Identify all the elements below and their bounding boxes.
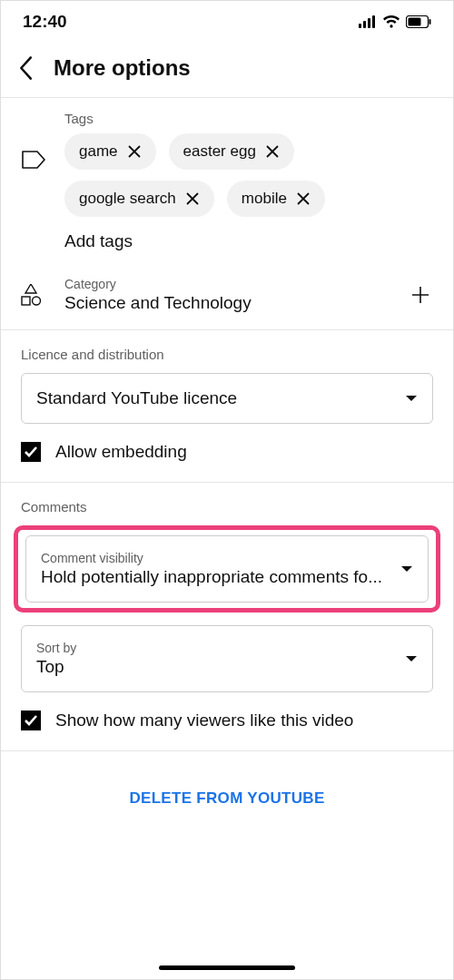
status-bar: 12:40: [1, 1, 453, 43]
chevron-down-icon: [405, 395, 418, 402]
sort-by-select[interactable]: Sort by Top: [21, 625, 433, 692]
checkbox-checked-icon[interactable]: [21, 442, 41, 462]
svg-rect-3: [372, 15, 375, 28]
show-likes-row[interactable]: Show how many viewers like this video: [1, 705, 453, 750]
header: More options: [1, 43, 453, 97]
category-label: Category: [64, 277, 393, 291]
tag-label: game: [79, 142, 118, 161]
tag-label: easter egg: [183, 142, 256, 161]
allow-embedding-label: Allow embedding: [55, 442, 187, 462]
sort-by-label: Sort by: [36, 641, 396, 655]
svg-rect-5: [409, 18, 421, 26]
comment-visibility-label: Comment visibility: [41, 551, 391, 565]
chevron-down-icon: [400, 565, 413, 573]
wifi-icon: [382, 15, 400, 28]
category-value: Science and Technology: [64, 293, 393, 313]
delete-section: DELETE FROM YOUTUBE: [1, 750, 453, 846]
status-icons: [359, 15, 431, 28]
tag-chip[interactable]: mobile: [227, 181, 325, 217]
licence-section: Licence and distribution Standard YouTub…: [1, 329, 453, 482]
tags-label: Tags: [64, 111, 435, 126]
remove-tag-icon[interactable]: [185, 191, 200, 206]
svg-rect-1: [363, 21, 366, 28]
allow-embedding-row[interactable]: Allow embedding: [1, 436, 453, 482]
category-row[interactable]: Category Science and Technology: [1, 268, 453, 329]
svg-point-8: [33, 297, 41, 305]
sort-by-value: Top: [36, 657, 396, 677]
licence-value: Standard YouTube licence: [36, 388, 237, 408]
svg-rect-7: [22, 297, 30, 305]
svg-rect-2: [368, 18, 370, 28]
licence-section-title: Licence and distribution: [1, 330, 453, 373]
remove-tag-icon[interactable]: [296, 191, 311, 206]
show-likes-label: Show how many viewers like this video: [55, 710, 353, 730]
page-title: More options: [54, 55, 191, 81]
svg-rect-0: [359, 24, 361, 28]
licence-select[interactable]: Standard YouTube licence: [21, 373, 433, 424]
tag-chip[interactable]: easter egg: [169, 133, 294, 170]
comments-section-title: Comments: [1, 483, 453, 525]
remove-tag-icon[interactable]: [265, 144, 280, 159]
plus-icon[interactable]: [410, 284, 435, 306]
battery-icon: [406, 15, 431, 28]
tag-label: google search: [79, 190, 176, 208]
svg-rect-6: [429, 19, 431, 24]
back-icon[interactable]: [17, 55, 34, 81]
comment-visibility-select[interactable]: Comment visibility Hold potentially inap…: [25, 535, 429, 603]
delete-from-youtube-button[interactable]: DELETE FROM YOUTUBE: [129, 789, 324, 807]
tag-chip[interactable]: google search: [64, 181, 214, 217]
add-tags-button[interactable]: Add tags: [64, 230, 435, 255]
comment-visibility-highlight: Comment visibility Hold potentially inap…: [14, 525, 440, 612]
tags-section: Tags game easter egg google search mobil…: [1, 97, 453, 329]
status-time: 12:40: [23, 12, 67, 32]
remove-tag-icon[interactable]: [127, 144, 142, 159]
comments-section: Comments Comment visibility Hold potenti…: [1, 482, 453, 750]
chevron-down-icon: [405, 655, 418, 662]
cellular-icon: [359, 15, 377, 28]
category-icon: [19, 284, 48, 306]
tag-icon: [22, 151, 45, 169]
comment-visibility-value: Hold potentially inappropriate comments …: [41, 567, 391, 587]
tag-label: mobile: [242, 190, 287, 208]
tags-list: game easter egg google search mobile: [64, 133, 435, 217]
tag-chip[interactable]: game: [64, 133, 156, 170]
checkbox-checked-icon[interactable]: [21, 710, 41, 730]
home-indicator: [1, 965, 453, 979]
